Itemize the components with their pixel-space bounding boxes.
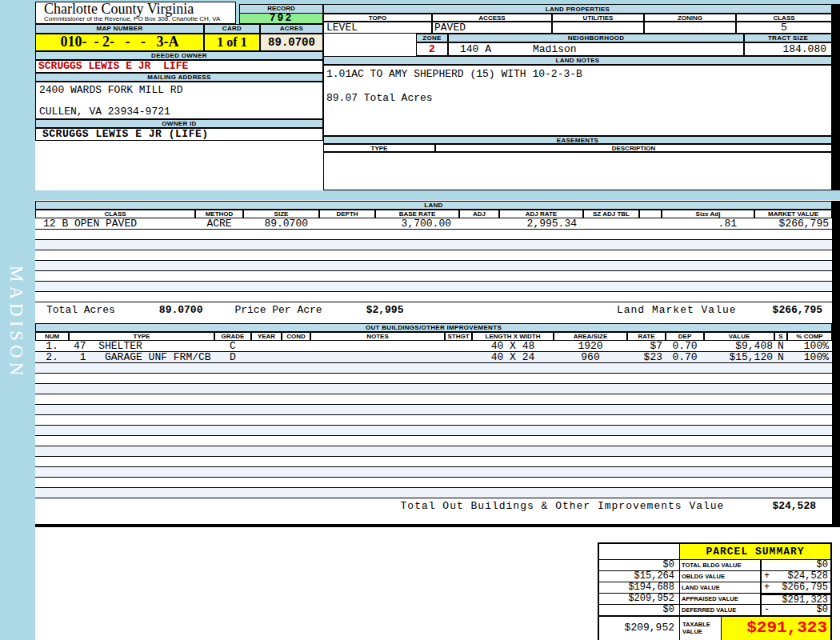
class-value: 5	[736, 22, 832, 34]
county-subtitle: Commissioner of the Revenue, PO Box 308,…	[44, 16, 235, 22]
empty-row	[35, 394, 832, 405]
ob-num: 2.	[35, 352, 69, 362]
land-col-depth: DEPTH	[319, 210, 375, 218]
ob-year	[251, 341, 282, 351]
empty-row	[35, 405, 832, 415]
parcel-row-value: $0	[817, 605, 828, 615]
ob-pct-comp: 100%	[787, 341, 832, 351]
county-title: Charlotte County Virginia	[44, 2, 235, 16]
easements-header: EASEMENTS	[323, 136, 832, 144]
ob-type: 1 GARAGE UNF FRM/CB	[69, 352, 214, 362]
acres-header: ACRES	[260, 24, 323, 34]
empty-row	[35, 374, 832, 384]
empty-row	[35, 426, 832, 436]
land-properties-values: LEVEL PAVED 5	[323, 22, 832, 34]
parcel-row-label: OBLDG VALUE	[680, 571, 760, 582]
land-note-line1: 1.01AC TO AMY SHEPHERD (15) WITH 10-2-3-…	[326, 68, 582, 80]
map-header-row: MAP NUMBER CARD ACRES	[35, 24, 323, 34]
taxable-value: $291,323	[722, 617, 830, 640]
ob-area-size: 960	[554, 352, 627, 362]
outbuildings-total-value: $24,528	[772, 500, 816, 512]
ob-type: 47 SHELTER	[69, 341, 214, 351]
land-blank	[639, 218, 662, 229]
parcel-op: +	[764, 571, 770, 582]
mailing-address-header: MAILING ADDRESS	[35, 73, 323, 82]
land-col-adj: ADJ	[459, 210, 499, 218]
empty-row	[35, 488, 832, 498]
total-acres-label: Total Acres	[46, 304, 115, 316]
ob-area-size: 1920	[554, 341, 627, 351]
empty-row	[35, 282, 832, 292]
parcel-row-label: LAND VALUE	[680, 582, 760, 594]
parcel-summary: PARCEL SUMMARY $0 TOTAL BLDG VALUE $0 $1…	[598, 542, 832, 640]
zoning-value	[644, 22, 736, 34]
parcel-row-label: DEFERRED VALUE	[680, 605, 760, 616]
map-value-row: 010- - 2- - - 3-A 1 of 1 89.0700	[35, 34, 323, 51]
land-empty-rows	[35, 230, 832, 302]
outbuildings-section-header: OUT BUILDINGS/OTHER IMPROVEMENTS	[35, 323, 832, 332]
zone-row: ZONE NEIGHBORHOOD TRACT SIZE 2 140 A Mad…	[323, 34, 832, 56]
land-col-size-adj: Size Adj	[662, 210, 754, 218]
neighborhood-code: 140 A	[460, 43, 491, 55]
parcel-prior-value: $209,952	[599, 594, 680, 605]
ob-num: 1.	[35, 341, 69, 351]
record-value: 792	[240, 14, 322, 23]
empty-row	[35, 292, 832, 302]
parcel-row-value: $291,323	[782, 595, 828, 604]
address-line1: 2400 WARDS FORK MILL RD	[39, 84, 182, 96]
land-adj-rate: 2,995.34	[499, 218, 583, 229]
address-line2: CULLEN, VA 23934-9721	[39, 106, 170, 118]
outbuilding-row: 2. 1 GARAGE UNF FRM/CB D 40 X 24 960 $23…	[35, 352, 832, 363]
land-size: 89.0700	[243, 218, 319, 229]
land-market-value-label: Land Market Value	[617, 304, 737, 316]
county-title-box: Charlotte County Virginia Commissioner o…	[35, 2, 236, 24]
empty-row	[35, 457, 832, 467]
access-value: PAVED	[432, 22, 552, 34]
ob-sthgt	[445, 352, 472, 362]
zone-value: 2	[416, 42, 448, 56]
map-number-value: 010- - 2- - - 3-A	[35, 34, 204, 51]
outbuildings-empty-rows	[35, 363, 832, 498]
tract-size-value: 184.080	[744, 42, 832, 56]
easements-columns: TYPE DESCRIPTION	[323, 144, 832, 152]
ob-sthgt	[445, 341, 472, 351]
owner-panel: Charlotte County Virginia Commissioner o…	[35, 2, 323, 190]
land-section: LAND CLASS METHOD SIZE DEPTH BASE RATE A…	[35, 201, 840, 323]
owner-id-value: SCRUGGS LEWIS E JR (LIFE)	[35, 128, 323, 141]
land-properties-header: LAND PROPERTIES	[323, 4, 832, 14]
ob-dep: 0.70	[666, 352, 704, 362]
land-row: 12 B OPEN PAVED ACRE 89.0700 3,700.00 2,…	[35, 218, 832, 230]
ob-rate: $7	[627, 341, 666, 351]
ob-cond	[282, 352, 310, 362]
parcel-row: $0 DEFERRED VALUE -$0	[599, 605, 830, 616]
taxable-label: TAXABLE VALUE	[680, 617, 722, 640]
acres-value: 89.0700	[260, 34, 323, 51]
land-market-value: $266,795	[754, 218, 832, 229]
land-col-sz-adj-tbl: SZ ADJ TBL	[583, 210, 639, 218]
record-box: RECORD 792	[239, 4, 323, 24]
parcel-row: $15,264 OBLDG VALUE +$24,528	[599, 571, 830, 582]
ob-cond	[282, 341, 310, 351]
utilities-value	[552, 22, 644, 34]
neighborhood-value: 140 A Madison	[448, 42, 744, 56]
empty-row	[35, 261, 832, 271]
ob-grade: C	[214, 341, 251, 351]
utilities-header: UTILITIES	[552, 14, 644, 22]
parcel-row-value: $24,528	[788, 571, 828, 582]
ob-value: $15,120	[704, 352, 774, 362]
empty-row	[35, 478, 832, 488]
ob-length-width: 40 X 48	[472, 341, 554, 351]
taxable-value-row: $209,952 TAXABLE VALUE $291,323	[599, 616, 830, 640]
land-note-line2: 89.07 Total Acres	[326, 92, 433, 104]
parcel-row: $194,688 LAND VALUE +$266,795	[599, 582, 830, 594]
easement-description-header: DESCRIPTION	[435, 144, 832, 152]
outbuildings-total-row: Total Out Buildings & Other Improvements…	[35, 498, 832, 514]
map-number-header: MAP NUMBER	[35, 24, 204, 34]
zoning-header: ZONING	[644, 14, 736, 22]
parcel-row-label: APPRAISED VALUE	[680, 594, 760, 605]
land-size-adj: .81	[662, 218, 754, 229]
deeded-owner-header: DEEDED OWNER	[35, 51, 323, 60]
neighborhood-header: NEIGHBORHOOD	[448, 34, 744, 42]
parcel-prior-value: $0	[599, 560, 680, 571]
land-class: 12 B OPEN PAVED	[35, 218, 195, 229]
